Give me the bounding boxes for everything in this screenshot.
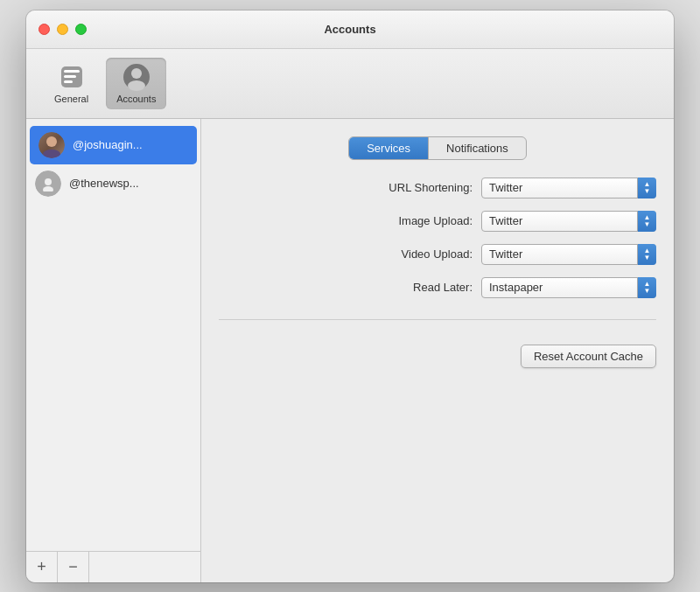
reset-account-cache-button[interactable]: Reset Account Cache xyxy=(521,345,656,368)
sidebar-footer: + − xyxy=(26,551,200,582)
toolbar-item-accounts[interactable]: Accounts xyxy=(106,58,166,109)
content-area: @joshuagin... @thenewsp... xyxy=(26,119,674,582)
read-later-row: Read Later: Instapaper Pocket Readabilit… xyxy=(219,277,656,298)
video-upload-select[interactable]: Twitter YouTube Vimeo xyxy=(481,244,656,265)
titlebar: Accounts xyxy=(26,10,674,49)
window-title: Accounts xyxy=(324,23,375,36)
sidebar: @joshuagin... @thenewsp... xyxy=(26,119,201,582)
url-shortening-label: URL Shortening: xyxy=(368,181,472,194)
accounts-icon xyxy=(122,63,150,91)
svg-point-6 xyxy=(128,80,145,91)
svg-point-7 xyxy=(45,178,52,185)
url-shortening-row: URL Shortening: Twitter Bit.ly TinyURL ▲… xyxy=(219,178,656,198)
svg-rect-3 xyxy=(64,80,73,83)
video-upload-row: Video Upload: Twitter YouTube Vimeo ▲ ▼ xyxy=(219,244,656,265)
image-upload-select-wrapper: Twitter Imgur Flickr ▲ ▼ xyxy=(481,211,656,232)
account-list: @joshuagin... @thenewsp... xyxy=(26,119,200,551)
add-account-button[interactable]: + xyxy=(26,552,58,582)
read-later-label: Read Later: xyxy=(368,281,472,294)
image-upload-row: Image Upload: Twitter Imgur Flickr ▲ ▼ xyxy=(219,211,656,232)
avatar-placeholder-icon xyxy=(35,171,61,197)
svg-rect-2 xyxy=(64,75,76,78)
video-upload-label: Video Upload: xyxy=(368,247,472,261)
account-item-joshuagin[interactable]: @joshuagin... xyxy=(30,126,197,164)
divider xyxy=(219,319,656,320)
url-shortening-select-wrapper: Twitter Bit.ly TinyURL ▲ ▼ xyxy=(481,178,656,198)
minimize-button[interactable] xyxy=(57,24,68,35)
image-upload-select[interactable]: Twitter Imgur Flickr xyxy=(481,211,656,232)
services-form: URL Shortening: Twitter Bit.ly TinyURL ▲… xyxy=(219,178,656,298)
url-shortening-select[interactable]: Twitter Bit.ly TinyURL xyxy=(481,178,656,198)
svg-point-5 xyxy=(131,68,142,79)
avatar-thenewsp xyxy=(35,171,61,197)
account-handle-joshuagin: @joshuagin... xyxy=(73,138,143,151)
video-upload-select-wrapper: Twitter YouTube Vimeo ▲ ▼ xyxy=(481,244,656,265)
toolbar-accounts-label: Accounts xyxy=(116,94,156,104)
toolbar-general-label: General xyxy=(54,94,88,104)
image-upload-label: Image Upload: xyxy=(368,214,472,227)
account-item-thenewsp[interactable]: @thenewsp... xyxy=(26,164,200,203)
svg-rect-1 xyxy=(64,70,80,73)
toolbar: General Accounts xyxy=(26,49,674,119)
avatar-joshuagin xyxy=(38,132,65,158)
read-later-select[interactable]: Instapaper Pocket Readability xyxy=(481,277,656,298)
reset-section: Reset Account Cache xyxy=(219,345,656,368)
remove-account-button[interactable]: − xyxy=(58,552,89,582)
window-controls xyxy=(38,24,87,35)
general-icon xyxy=(58,63,86,91)
svg-point-8 xyxy=(43,186,53,192)
app-window: Accounts General Accou xyxy=(26,10,674,582)
toolbar-item-general[interactable]: General xyxy=(44,58,99,109)
tab-notifications[interactable]: Notifications xyxy=(429,137,526,159)
main-panel: Services Notifications URL Shortening: T… xyxy=(201,119,674,582)
read-later-select-wrapper: Instapaper Pocket Readability ▲ ▼ xyxy=(481,277,656,298)
tab-services[interactable]: Services xyxy=(349,137,429,159)
close-button[interactable] xyxy=(38,24,50,35)
account-handle-thenewsp: @thenewsp... xyxy=(69,177,139,190)
tab-control: Services Notifications xyxy=(348,136,527,160)
maximize-button[interactable] xyxy=(75,24,87,35)
